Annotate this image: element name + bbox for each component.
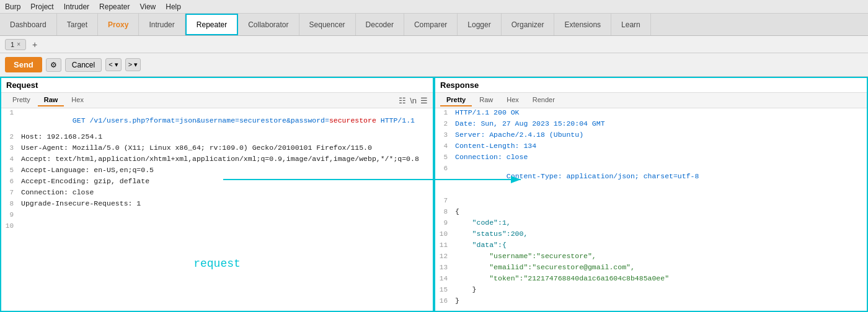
nav-tab-logger[interactable]: Logger — [458, 14, 501, 35]
nav-tab-repeater[interactable]: Repeater — [185, 14, 238, 35]
response-panel-tabs: Pretty Raw Hex Render — [435, 93, 867, 108]
menu-help[interactable]: Help — [166, 2, 181, 11]
request-tab-hex[interactable]: Hex — [65, 94, 90, 106]
right-chevron-icon: > ▾ — [128, 61, 138, 69]
nav-tab-sequencer[interactable]: Sequencer — [299, 14, 356, 35]
response-line-3: 3 Server: Apache/2.4.18 (Ubuntu) — [435, 131, 867, 142]
response-line-8: 8 { — [435, 207, 867, 219]
response-line-12: 12 "username":"securestore", — [435, 252, 867, 263]
nav-tab-organizer[interactable]: Organizer — [502, 14, 555, 35]
nav-tab-extensions[interactable]: Extensions — [554, 14, 611, 35]
response-line-14: 14 "token":"212174768840da1c6a1604c8b485… — [435, 274, 867, 285]
request-line-2: 2 Host: 192.168.254.1 — [1, 132, 433, 144]
nav-tab-comparer[interactable]: Comparer — [404, 14, 458, 35]
main-area: Request Pretty Raw Hex ☷ \n ☰ 1 GET /v1/… — [0, 77, 868, 312]
nav-tab-intruder[interactable]: Intruder — [139, 14, 185, 35]
request-line-10: 10 — [1, 222, 433, 233]
request-line-5: 5 Accept-Language: en-US,en;q=0.5 — [1, 166, 433, 177]
request-line-7: 7 Connection: close — [1, 188, 433, 199]
response-line-13: 13 "emailid":"securestore@gmail.com", — [435, 263, 867, 274]
request-line-6: 6 Accept-Encoding: gzip, deflate — [1, 177, 433, 188]
request-tab-pretty[interactable]: Pretty — [6, 94, 37, 106]
prev-arrow-button[interactable]: < ▾ — [105, 58, 121, 71]
response-tab-pretty[interactable]: Pretty — [440, 94, 472, 106]
nav-tab-proxy[interactable]: Proxy — [98, 14, 139, 35]
tab-label: 1 — [11, 41, 14, 48]
response-tab-raw[interactable]: Raw — [473, 94, 499, 106]
response-panel: Response Pretty Raw Hex Render 1 HTTP/1.… — [434, 77, 868, 312]
menu-view[interactable]: View — [140, 2, 156, 11]
request-line-4: 4 Accept: text/html,application/xhtml+xm… — [1, 155, 433, 166]
tab-close[interactable]: × — [17, 41, 20, 48]
request-line-8: 8 Upgrade-Insecure-Requests: 1 — [1, 199, 433, 210]
menu-intruder[interactable]: Intruder — [64, 2, 89, 11]
nav-tab-collaborator[interactable]: Collaborator — [238, 14, 299, 35]
request-panel: Request Pretty Raw Hex ☷ \n ☰ 1 GET /v1/… — [0, 77, 434, 312]
tab-add-button[interactable]: + — [29, 38, 41, 51]
request-panel-icon-group: ☷ \n ☰ — [399, 96, 428, 105]
toolbar: Send ⚙ Cancel < ▾ > ▾ — [0, 53, 868, 77]
response-line-1: 1 HTTP/1.1 200 OK — [435, 108, 867, 119]
request-panel-tabs: Pretty Raw Hex ☷ \n ☰ — [1, 93, 433, 108]
menu-repeater[interactable]: Repeater — [99, 2, 130, 11]
nav-bar: Dashboard Target Proxy Intruder Repeater… — [0, 14, 868, 36]
response-line-4: 4 Content-Length: 134 — [435, 142, 867, 153]
tab-bar: 1 × + — [0, 36, 868, 53]
response-line-16: 16 } — [435, 297, 867, 308]
newline-icon[interactable]: \n — [410, 96, 417, 105]
response-line-9: 9 "code":1, — [435, 219, 867, 230]
next-arrow-button[interactable]: > ▾ — [125, 58, 141, 71]
response-line-6: 6 Content-Type: application/json; charse… — [435, 164, 867, 196]
response-panel-title: Response — [435, 78, 867, 93]
gear-button[interactable]: ⚙ — [46, 58, 61, 72]
nav-tab-learn[interactable]: Learn — [611, 14, 651, 35]
request-annotation: request — [1, 258, 433, 270]
repeater-tab-1[interactable]: 1 × — [5, 39, 26, 50]
request-tab-raw[interactable]: Raw — [38, 94, 64, 106]
request-panel-title: Request — [1, 78, 433, 93]
doc-icon[interactable]: ☷ — [399, 96, 406, 105]
nav-tab-decoder[interactable]: Decoder — [356, 14, 404, 35]
request-line-3: 3 User-Agent: Mozilla/5.0 (X11; Linux x8… — [1, 144, 433, 155]
menu-icon[interactable]: ☰ — [420, 96, 428, 105]
menu-bar: Burp Project Intruder Repeater View Help — [0, 0, 868, 14]
nav-tab-target[interactable]: Target — [57, 14, 98, 35]
menu-project[interactable]: Project — [30, 2, 53, 11]
send-button[interactable]: Send — [5, 57, 42, 72]
response-tab-render[interactable]: Render — [526, 94, 561, 106]
response-line-2: 2 Date: Sun, 27 Aug 2023 15:20:04 GMT — [435, 119, 867, 131]
nav-tab-dashboard[interactable]: Dashboard — [0, 14, 57, 35]
request-line-9: 9 — [1, 210, 433, 222]
response-line-11: 11 "data":{ — [435, 241, 867, 252]
response-content[interactable]: 1 HTTP/1.1 200 OK 2 Date: Sun, 27 Aug 20… — [435, 108, 867, 311]
response-line-7: 7 — [435, 196, 867, 207]
request-content[interactable]: 1 GET /v1/users.php?format=json&username… — [1, 108, 433, 311]
left-chevron-icon: < ▾ — [108, 61, 118, 69]
response-line-15: 15 } — [435, 285, 867, 297]
cancel-button[interactable]: Cancel — [65, 58, 102, 72]
response-tab-hex[interactable]: Hex — [500, 94, 525, 106]
response-line-10: 10 "status":200, — [435, 230, 867, 241]
request-line-1: 1 GET /v1/users.php?format=json&username… — [1, 108, 433, 132]
response-line-5: 5 Connection: close — [435, 153, 867, 164]
menu-burp[interactable]: Burp — [5, 2, 20, 11]
